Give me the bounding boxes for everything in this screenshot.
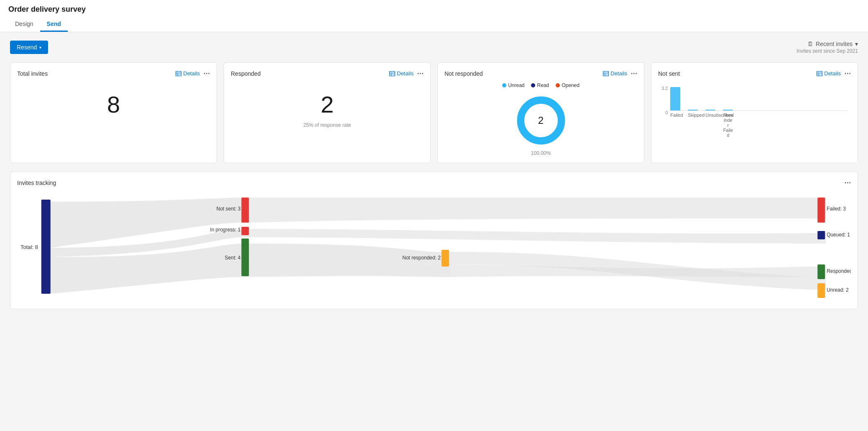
bar-failed-label: Failed: [670, 113, 680, 138]
bar-x-labels: Failed Skipped Unsubscribed Reminder Fai…: [670, 113, 848, 138]
tracking-more-button[interactable]: ⋯: [844, 179, 851, 187]
donut-percent: 100.00%: [531, 150, 551, 156]
resend-label: Resend: [17, 44, 37, 51]
bar-reminder-failed-rect: [723, 110, 733, 110]
not-responded-details-label: Details: [610, 70, 627, 77]
sankey-svg: Total: 8 Not sent: 3 In progress: 1 Sent…: [17, 193, 851, 302]
not-sent-details-button[interactable]: Details: [817, 70, 841, 77]
tracking-header: Invites tracking ⋯: [17, 179, 851, 187]
bars-area: Failed Skipped Unsubscribed Reminder Fai…: [670, 86, 848, 138]
recent-invites-section: 🗓 Recent invites ▾ Invites sent since Se…: [797, 41, 858, 54]
bars-container: [670, 86, 848, 111]
unread-label: Unread: [508, 82, 524, 88]
responded-details-label: Details: [397, 70, 414, 77]
node-responded-right: [817, 264, 825, 279]
read-label: Read: [537, 82, 549, 88]
bar-failed: [670, 87, 680, 110]
total-invites-card: Total invites Details ⋯ 8: [10, 62, 217, 163]
chevron-down-icon: ▾: [39, 45, 41, 50]
app-header: Order delivery survey Design Send: [0, 0, 868, 32]
main-content: Resend ▾ 🗓 Recent invites ▾ Invites sent…: [0, 32, 868, 318]
total-invites-more-button[interactable]: ⋯: [203, 69, 210, 77]
not-responded-more-button[interactable]: ⋯: [631, 69, 637, 77]
sankey-diagram: Total: 8 Not sent: 3 In progress: 1 Sent…: [17, 193, 851, 302]
svg-rect-14: [817, 71, 822, 76]
opened-label: Opened: [562, 82, 580, 88]
tab-bar: Design Send: [8, 17, 860, 32]
legend-opened: Opened: [556, 82, 580, 88]
cards-row: Total invites Details ⋯ 8 Responded: [10, 62, 858, 163]
node-not-responded-mid: [442, 250, 449, 267]
total-invites-value: 8: [17, 82, 210, 122]
total-invites-title: Total invites: [17, 70, 48, 77]
svg-text:In progress: 1: In progress: 1: [210, 227, 240, 233]
total-invites-actions: Details ⋯: [176, 69, 210, 77]
not-sent-title: Not sent: [658, 70, 680, 77]
responded-value: 2: [231, 82, 424, 122]
donut-center-value: 2: [538, 115, 544, 126]
recent-invites-label: Recent invites: [816, 41, 853, 47]
y-axis-labels: 3.2 0: [661, 86, 668, 115]
responded-actions: Details ⋯: [389, 69, 424, 77]
responded-card-header: Responded Details ⋯: [231, 69, 424, 77]
bar-unsubscribed: [705, 110, 715, 110]
page-title: Order delivery survey: [8, 5, 860, 14]
bar-unsubscribed-rect: [705, 110, 715, 110]
svg-text:Total: 8: Total: 8: [20, 244, 38, 250]
svg-text:Sent: 4: Sent: 4: [225, 255, 241, 261]
recent-invites-toggle[interactable]: 🗓 Recent invites ▾: [807, 41, 858, 47]
svg-text:Not sent: 3: Not sent: 3: [217, 206, 241, 212]
not-sent-details-label: Details: [824, 70, 841, 77]
opened-dot: [556, 83, 560, 87]
tracking-card: Invites tracking ⋯: [10, 172, 858, 309]
responded-more-button[interactable]: ⋯: [417, 69, 424, 77]
svg-text:Not responded: 2: Not responded: 2: [402, 255, 441, 261]
not-sent-card: Not sent Details ⋯ 3.2 0: [651, 62, 858, 163]
responded-title: Responded: [231, 70, 261, 77]
responded-sub: 25% of response rate: [231, 122, 424, 132]
svg-text:Queued: 1: Queued: 1: [827, 232, 850, 238]
total-invites-details-label: Details: [183, 70, 200, 77]
node-sent: [241, 239, 249, 276]
resend-button[interactable]: Resend ▾: [10, 41, 48, 54]
donut-legend: Unread Read Opened: [502, 82, 580, 88]
bar-failed-rect: [670, 87, 680, 110]
read-dot: [531, 83, 535, 87]
invites-since-label: Invites sent since Sep 2021: [797, 48, 858, 54]
unread-dot: [502, 83, 506, 87]
calendar-icon: 🗓: [807, 41, 813, 47]
not-responded-details-icon: [603, 71, 609, 76]
not-responded-card-header: Not responded Details ⋯: [444, 69, 637, 77]
svg-text:Unread: 2: Unread: 2: [827, 287, 849, 293]
node-not-sent: [241, 198, 249, 223]
y-min-label: 0: [661, 110, 668, 115]
responded-card: Responded Details ⋯ 2 25% of response ra…: [224, 62, 431, 163]
total-invites-details-button[interactable]: Details: [176, 70, 200, 77]
tab-send[interactable]: Send: [40, 17, 68, 32]
tab-design[interactable]: Design: [8, 17, 40, 32]
y-max-label: 3.2: [661, 86, 668, 91]
svg-text:Failed: 3: Failed: 3: [827, 206, 846, 212]
not-sent-card-header: Not sent Details ⋯: [658, 69, 851, 77]
not-sent-more-button[interactable]: ⋯: [844, 69, 851, 77]
svg-rect-0: [176, 71, 181, 76]
svg-text:Responded: 2: Responded: 2: [827, 268, 851, 274]
responded-details-icon: [389, 71, 395, 76]
responded-details-button[interactable]: Details: [389, 70, 414, 77]
recent-invites-chevron-icon: ▾: [855, 41, 858, 47]
bar-skipped-rect: [688, 110, 698, 110]
not-sent-details-icon: [817, 71, 822, 76]
bar-skipped: [688, 110, 698, 110]
details-table-icon: [176, 71, 181, 76]
node-unread-right: [817, 283, 825, 298]
not-responded-details-button[interactable]: Details: [603, 70, 627, 77]
node-total: [41, 200, 51, 294]
not-sent-bar-chart: 3.2 0: [658, 82, 851, 138]
bar-unsubscribed-label: Unsubscribed: [705, 113, 715, 138]
not-responded-card: Not responded Details ⋯ Unread: [437, 62, 644, 163]
node-in-progress: [241, 227, 249, 235]
node-queued-right: [817, 231, 825, 239]
bar-reminder-failed: [723, 110, 733, 110]
not-responded-donut-container: Unread Read Opened: [444, 82, 637, 156]
toolbar: Resend ▾ 🗓 Recent invites ▾ Invites sent…: [10, 41, 858, 54]
